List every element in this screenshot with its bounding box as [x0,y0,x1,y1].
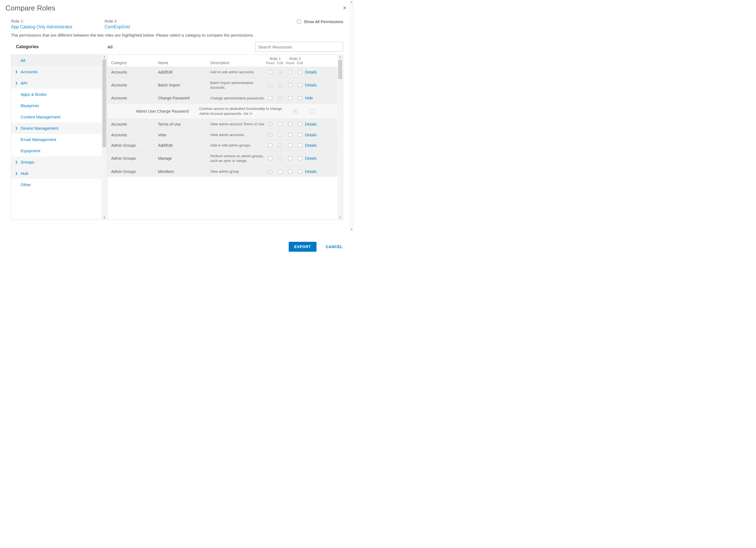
sidebar-item-label: Apps & Books [21,92,47,97]
permission-checkbox[interactable] [298,170,302,173]
chevron-right-icon: ❯ [15,160,18,164]
details-link[interactable]: Details [305,143,324,148]
detail-description: Controls access to dedicated functionali… [199,106,287,116]
category-header-row: Categories All [6,42,349,54]
row-category: Admin Groups [111,156,158,160]
dialog-scroll-down-icon[interactable]: ▼ [351,227,353,231]
row-name: View [158,133,210,137]
permission-checkbox[interactable] [298,70,302,74]
sidebar-item-other[interactable]: Other [11,179,102,190]
details-link[interactable]: Details [305,169,324,174]
role1-link[interactable]: App Catalog Only Administrator [11,24,105,29]
permission-checkbox[interactable] [294,109,298,113]
sidebar-item-blueprints[interactable]: Blueprints [11,100,102,111]
permission-checkbox[interactable] [298,143,302,147]
table-scroll-up-icon[interactable]: ▲ [339,55,342,59]
sidebar-item-email-management[interactable]: Email Management [11,134,102,145]
permissions-table: Category Name Description Role 1 Read Ed… [107,54,343,220]
permission-checkbox[interactable] [298,83,302,87]
table-row: Admin GroupsManagePerform actions on adm… [107,151,337,166]
cancel-button[interactable]: CANCEL [324,244,344,249]
sidebar-item-label: Device Management [21,126,59,130]
role1-block: Role 1: App Catalog Only Administrator [11,19,105,29]
permission-checkbox[interactable] [268,170,272,173]
show-all-checkbox[interactable] [297,20,301,23]
permission-checkbox[interactable] [278,133,282,137]
permission-checkbox[interactable] [268,96,272,100]
details-link[interactable]: Details [305,133,324,137]
permission-checkbox[interactable] [288,70,292,74]
sidebar-item-groups[interactable]: ❯Groups [11,156,102,168]
permission-checkbox[interactable] [288,96,292,100]
search-input[interactable] [255,42,343,52]
sidebar-item-api[interactable]: ❯API [11,77,102,89]
permission-checkbox[interactable] [278,83,282,87]
permission-checkbox[interactable] [298,156,302,160]
permission-checkbox[interactable] [268,133,272,137]
scroll-up-icon[interactable]: ▲ [103,55,106,59]
permission-checkbox[interactable] [268,83,272,87]
table-scroll-down-icon[interactable]: ▼ [339,215,342,219]
sidebar-item-all[interactable]: All [11,55,102,66]
permission-checkbox[interactable] [268,143,272,147]
col-role1-edit: Edit [275,61,285,65]
details-link[interactable]: Details [305,70,324,74]
hide-link[interactable]: Hide [305,96,324,100]
permission-checkbox[interactable] [268,156,272,160]
dialog-scrollbar[interactable]: ▲ ▼ [349,0,354,231]
sidebar-scrollbar[interactable]: ▲ ▼ [102,55,107,219]
permission-checkbox[interactable] [288,122,292,126]
table-row: AccountsAdd/EditAdd or edit admin accoun… [107,67,337,77]
details-link[interactable]: Details [305,122,324,126]
scroll-down-icon[interactable]: ▼ [103,215,106,219]
permission-checkbox[interactable] [288,156,292,160]
permission-checkbox[interactable] [288,133,292,137]
permission-checkbox[interactable] [268,70,272,74]
permission-checkbox[interactable] [278,143,282,147]
sidebar-item-device-management[interactable]: ❯Device Management [11,122,102,134]
sidebar-item-accounts[interactable]: ❯Accounts [11,66,102,77]
row-category: Accounts [111,133,158,137]
permission-checkbox[interactable] [310,109,314,113]
sidebar-item-equipment[interactable]: Equipment [11,145,102,156]
permission-checkbox[interactable] [268,122,272,126]
permission-checkbox[interactable] [278,70,282,74]
row-description: Add or edit admin groups. [210,143,265,148]
dialog-footer: EXPORT CANCEL [289,237,344,256]
export-button[interactable]: EXPORT [289,242,316,252]
sidebar-item-label: Email Management [21,137,56,142]
sidebar-item-label: Groups [21,160,34,164]
permission-checkbox[interactable] [298,122,302,126]
sidebar-scroll-thumb[interactable] [102,59,106,147]
permission-checkbox[interactable] [288,83,292,87]
col-role1: Role 1 [265,56,285,61]
permission-checkbox[interactable] [288,143,292,147]
permission-checkbox[interactable] [278,122,282,126]
table-scrollbar[interactable]: ▲ ▼ [337,55,343,219]
col-role2-edit: Edit [295,61,305,65]
row-category: Admin Groups [111,143,158,148]
permission-checkbox[interactable] [278,170,282,173]
dialog-title: Compare Roles [6,4,55,12]
table-row: Admin GroupsAdd/EditAdd or edit admin gr… [107,140,337,151]
show-all-permissions[interactable]: Show All Permissions [296,19,343,24]
permission-checkbox[interactable] [288,170,292,173]
role2-link[interactable]: ComExpGrid [105,24,198,29]
details-link[interactable]: Details [305,83,324,87]
sidebar-item-apps-books[interactable]: Apps & Books [11,89,102,100]
col-category: Category [111,61,158,65]
permission-checkbox[interactable] [298,133,302,137]
dialog-scroll-up-icon[interactable]: ▲ [351,0,353,4]
row-description: View admin group [210,169,265,174]
sidebar-item-hub[interactable]: ❯Hub [11,168,102,179]
permission-checkbox[interactable] [298,96,302,100]
sidebar-item-content-management[interactable]: Content Management [11,111,102,122]
sidebar-list[interactable]: All❯Accounts❯APIApps & BooksBlueprintsCo… [11,55,102,219]
permission-checkbox[interactable] [278,96,282,100]
details-link[interactable]: Details [305,156,324,160]
table-scroll-thumb[interactable] [338,60,342,79]
permission-checkbox[interactable] [278,156,282,160]
close-icon[interactable]: × [341,3,349,13]
categories-heading: Categories [11,44,107,49]
col-role2-read: Read [285,61,295,65]
